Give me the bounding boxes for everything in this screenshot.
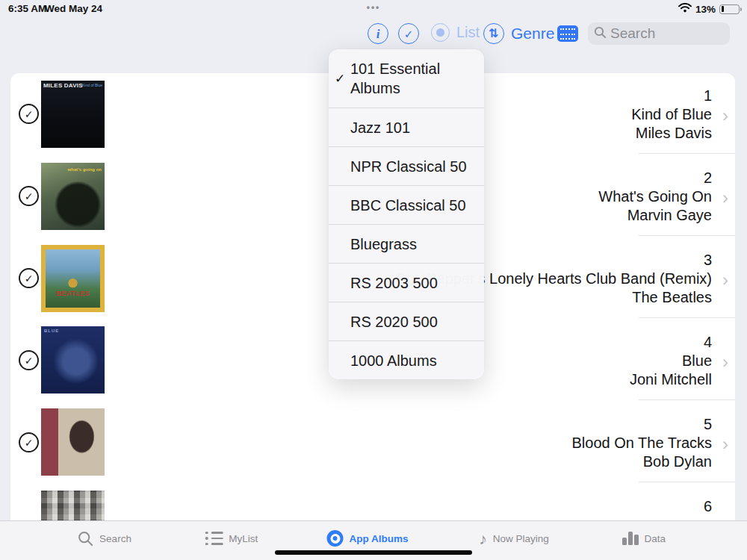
album-checked-icon[interactable]: ✓ bbox=[19, 432, 39, 452]
home-indicator[interactable] bbox=[275, 550, 472, 555]
info-button[interactable]: i bbox=[368, 23, 388, 44]
search-icon bbox=[78, 531, 93, 547]
album-row[interactable]: 6 bbox=[294, 497, 712, 516]
checkmark-icon: ✓ bbox=[404, 28, 414, 40]
menu-item-1000-albums[interactable]: 1000 Albums bbox=[329, 340, 484, 379]
album-artist: Bob Dylan bbox=[294, 452, 712, 471]
album-cover-blue[interactable]: BLUE bbox=[41, 326, 105, 393]
chevron-right-icon: › bbox=[722, 354, 728, 370]
row-separator bbox=[639, 399, 735, 400]
album-cover-blood-on-the-tracks[interactable] bbox=[41, 408, 105, 476]
tab-now-playing[interactable]: ♪ Now Playing bbox=[479, 528, 549, 549]
chevron-right-icon: › bbox=[722, 190, 728, 206]
album-cover-whats-going-on[interactable]: what's going on bbox=[41, 163, 105, 230]
album-checked-icon[interactable]: ✓ bbox=[19, 268, 39, 288]
list-mode-button[interactable]: List bbox=[431, 23, 480, 42]
grid-icon bbox=[560, 28, 575, 30]
album-checked-icon[interactable]: ✓ bbox=[19, 350, 39, 370]
battery-icon bbox=[719, 4, 740, 14]
search-icon bbox=[594, 26, 607, 42]
chevron-right-icon: › bbox=[722, 272, 728, 288]
album-rank: 5 bbox=[294, 415, 712, 434]
record-circle-icon bbox=[327, 530, 344, 547]
status-time: 6:35 AM bbox=[8, 3, 46, 14]
album-row[interactable]: 5 Blood On The Tracks Bob Dylan › bbox=[294, 415, 712, 471]
menu-item-101-essential-albums[interactable]: ✓ 101 Essential Albums bbox=[329, 49, 484, 108]
radio-icon bbox=[431, 23, 450, 42]
album-title: Blood On The Tracks bbox=[294, 434, 712, 452]
wifi-icon bbox=[678, 2, 692, 16]
cover-title-text: BLUE bbox=[44, 329, 59, 333]
grid-display-button[interactable] bbox=[557, 25, 578, 42]
bar-chart-icon bbox=[622, 532, 639, 545]
cover-title-text: Kind of Blue bbox=[82, 83, 102, 87]
cover-title-text: what's going on bbox=[68, 167, 102, 172]
tab-search[interactable]: Search bbox=[78, 528, 131, 549]
row-separator bbox=[639, 317, 735, 318]
tab-app-albums[interactable]: App Albums bbox=[327, 528, 409, 549]
chevron-right-icon: › bbox=[722, 108, 728, 124]
tab-data[interactable]: Data bbox=[622, 528, 666, 549]
checkmark-icon: ✓ bbox=[335, 71, 345, 87]
row-separator bbox=[639, 153, 735, 154]
menu-item-bluegrass[interactable]: Bluegrass bbox=[329, 224, 484, 263]
menu-item-bbc-classical-50[interactable]: BBC Classical 50 bbox=[329, 185, 484, 224]
status-bar: 6:35 AM Wed May 24 ••• 13% bbox=[0, 0, 747, 18]
sort-arrows-icon: ⇅ bbox=[489, 28, 498, 40]
chevron-right-icon: › bbox=[722, 436, 728, 452]
album-checked-icon[interactable]: ✓ bbox=[19, 186, 39, 206]
tab-mylist[interactable]: MyList bbox=[205, 528, 258, 549]
list-mode-label: List bbox=[456, 24, 480, 41]
row-separator bbox=[639, 235, 735, 236]
menu-item-jazz-101[interactable]: Jazz 101 bbox=[329, 108, 484, 146]
row-separator bbox=[639, 482, 735, 482]
sort-button[interactable]: ⇅ bbox=[483, 23, 504, 44]
music-note-icon: ♪ bbox=[479, 531, 487, 547]
menu-item-rs-2003-500[interactable]: RS 2003 500 bbox=[329, 263, 484, 302]
multitasking-handle-icon[interactable]: ••• bbox=[367, 2, 381, 13]
album-cover-kind-of-blue[interactable]: MILES DAVIS Kind of Blue bbox=[41, 81, 105, 148]
list-bullet-icon bbox=[205, 532, 223, 546]
search-field[interactable] bbox=[588, 22, 730, 45]
menu-item-rs-2020-500[interactable]: RS 2020 500 bbox=[329, 302, 484, 340]
playlist-dropdown-menu: ✓ 101 Essential Albums Jazz 101 NPR Clas… bbox=[329, 49, 484, 379]
info-icon: i bbox=[376, 28, 380, 40]
menu-item-npr-classical-50[interactable]: NPR Classical 50 bbox=[329, 146, 484, 185]
status-date: Wed May 24 bbox=[45, 3, 102, 14]
album-rank: 6 bbox=[294, 497, 712, 516]
cover-title-text: BEATLES bbox=[46, 290, 100, 297]
genre-button[interactable]: Genre bbox=[511, 25, 554, 43]
album-checked-icon[interactable]: ✓ bbox=[19, 104, 39, 124]
battery-percent: 13% bbox=[695, 4, 716, 15]
cover-artist-text: MILES DAVIS bbox=[43, 82, 83, 89]
select-checkmark-button[interactable]: ✓ bbox=[398, 23, 419, 44]
search-input[interactable] bbox=[610, 25, 724, 42]
album-cover-sgt-pepper[interactable]: BEATLES bbox=[41, 245, 105, 312]
